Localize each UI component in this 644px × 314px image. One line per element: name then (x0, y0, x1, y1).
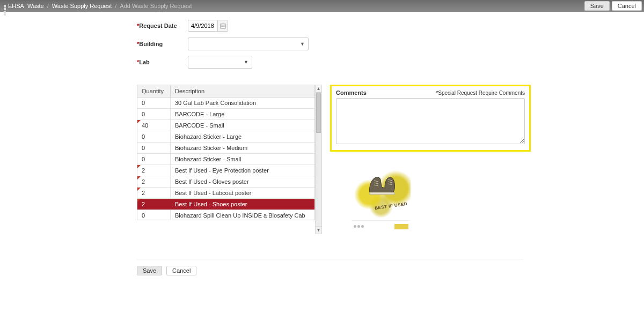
table-row[interactable]: 2Best If Used - Labcoat poster (137, 188, 314, 199)
table-row[interactable]: 030 Gal Lab Pack Consolidation (137, 98, 314, 109)
cell-quantity[interactable]: 0 (137, 154, 171, 165)
cell-quantity[interactable]: 0 (137, 210, 171, 220)
cell-description[interactable]: Best If Used - Eye Protection poster (171, 165, 314, 176)
table-row[interactable]: 0Biohazard Sticker - Large (137, 131, 314, 143)
cell-description[interactable]: Best If Used - Gloves poster (171, 176, 314, 187)
comments-hint: *Special Request Require Comments (436, 90, 525, 96)
cell-quantity[interactable]: 2 (137, 199, 171, 210)
breadcrumb: EHSA Waste / Waste Supply Request / Add … (8, 3, 192, 9)
breadcrumb-current: Add Waste Supply Request (120, 3, 192, 9)
table-scrollbar[interactable]: ▲ ▼ (315, 85, 322, 234)
table-row[interactable]: 2Best If Used - Shoes poster (137, 199, 314, 210)
cell-description[interactable]: BARCODE - Large (171, 109, 314, 119)
cell-quantity[interactable]: 0 (137, 131, 171, 142)
table-row[interactable]: 0Biohazard Spill Clean Up INSIDE a Biosa… (137, 210, 314, 220)
app-menu-icon[interactable] (3, 5, 6, 8)
comments-panel: Comments *Special Request Require Commen… (330, 85, 531, 152)
comments-title: Comments (336, 89, 367, 96)
cell-description[interactable]: 30 Gal Lab Pack Consolidation (171, 98, 314, 108)
cell-description[interactable]: Best If Used - Labcoat poster (171, 188, 314, 198)
request-date-label: *Request Date (137, 23, 188, 29)
footer-cancel-button[interactable]: Cancel (166, 266, 196, 275)
header-cancel-button[interactable]: Cancel (612, 1, 642, 11)
cell-description[interactable]: Biohazard Sticker - Small (171, 154, 314, 165)
cell-description[interactable]: BARCODE - Small (171, 120, 314, 131)
cell-quantity[interactable]: 2 (137, 165, 171, 176)
table-row[interactable]: 0Biohazard Sticker - Medium (137, 143, 314, 154)
request-date-input[interactable] (188, 20, 217, 32)
building-select[interactable]: ▼ (188, 38, 309, 50)
cell-description[interactable]: Biohazard Sticker - Medium (171, 143, 314, 153)
cell-quantity[interactable]: 2 (137, 176, 171, 187)
lab-select[interactable]: ▼ (188, 56, 252, 69)
table-row[interactable]: 0Biohazard Sticker - Small (137, 154, 314, 165)
col-quantity[interactable]: Quantity (137, 85, 171, 97)
breadcrumb-sep: / (47, 3, 49, 9)
cell-description[interactable]: Biohazard Spill Clean Up INSIDE a Biosaf… (171, 210, 314, 220)
comments-textarea[interactable] (336, 98, 525, 144)
header-save-button[interactable]: Save (584, 1, 610, 11)
scroll-up-icon[interactable]: ▲ (316, 85, 321, 93)
table-row[interactable]: 40BARCODE - Small (137, 120, 314, 131)
building-label: *Building (137, 41, 188, 47)
chevron-down-icon: ▼ (300, 41, 305, 47)
preview-brand-icons (354, 225, 364, 228)
cell-quantity[interactable]: 0 (137, 98, 171, 108)
table-row[interactable]: 0BARCODE - Large (137, 109, 314, 120)
cell-quantity[interactable]: 40 (137, 120, 171, 131)
footer-save-button[interactable]: Save (137, 266, 162, 275)
table-row[interactable]: 2Best If Used - Eye Protection poster (137, 165, 314, 176)
topbar: EHSA Waste / Waste Supply Request / Add … (0, 0, 644, 12)
breadcrumb-waste[interactable]: Waste (27, 3, 44, 9)
shoes-icon (367, 171, 399, 198)
table-row[interactable]: 2Best If Used - Gloves poster (137, 176, 314, 188)
svg-rect-3 (222, 26, 223, 26)
preview-tag (394, 224, 408, 229)
calendar-icon[interactable] (217, 20, 228, 32)
col-description[interactable]: Description (171, 85, 314, 97)
preview-footer (352, 220, 411, 232)
lab-label: *Lab (137, 59, 188, 65)
cell-quantity[interactable]: 0 (137, 109, 171, 119)
svg-rect-2 (221, 26, 222, 26)
breadcrumb-waste-supply-request[interactable]: Waste Supply Request (52, 3, 112, 9)
brand-label[interactable]: EHSA (8, 3, 24, 9)
svg-rect-4 (223, 26, 224, 26)
cell-description[interactable]: Best If Used - Shoes poster (171, 199, 314, 210)
cell-quantity[interactable]: 0 (137, 143, 171, 153)
scroll-down-icon[interactable]: ▼ (316, 226, 321, 234)
item-preview: BEST IF USED (352, 159, 411, 234)
chevron-down-icon: ▼ (244, 59, 248, 65)
cell-description[interactable]: Biohazard Sticker - Large (171, 131, 314, 142)
breadcrumb-sep: / (115, 3, 116, 9)
scroll-thumb[interactable] (316, 93, 321, 133)
cell-quantity[interactable]: 2 (137, 188, 171, 198)
supply-table: Quantity Description 030 Gal Lab Pack Co… (137, 85, 315, 220)
